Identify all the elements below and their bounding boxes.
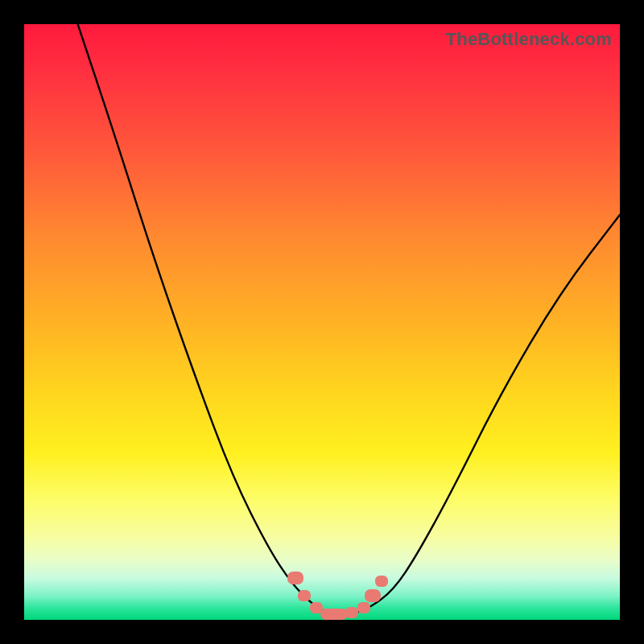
data-marker (298, 590, 311, 601)
data-marker (365, 589, 381, 602)
chart-frame: TheBottleneck.com (0, 0, 644, 644)
data-marker (357, 602, 370, 613)
data-marker (320, 609, 348, 620)
data-marker (375, 576, 388, 587)
marker-layer (24, 24, 620, 620)
data-marker (345, 607, 358, 618)
plot-area: TheBottleneck.com (24, 24, 620, 620)
data-marker (287, 572, 303, 584)
